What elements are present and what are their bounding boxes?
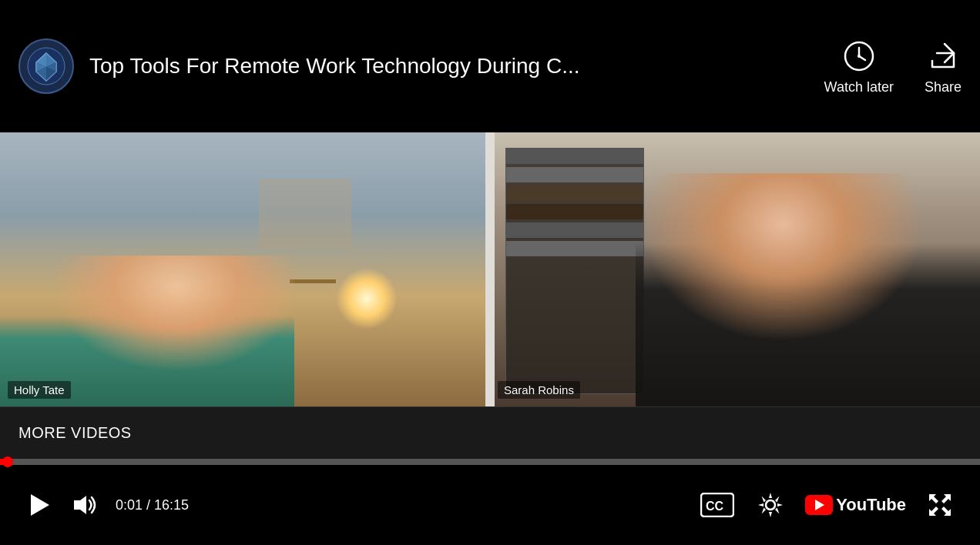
youtube-icon (805, 495, 833, 515)
share-label: Share (925, 79, 962, 95)
captions-button[interactable]: CC (693, 493, 742, 517)
right-controls: CC YouTube (693, 490, 962, 520)
left-video-panel: Holly Tate (0, 132, 490, 406)
clock-icon-svg (842, 39, 876, 73)
gear-icon (756, 490, 785, 520)
top-actions: Watch later Share (824, 38, 962, 95)
clock-icon (841, 38, 878, 75)
volume-icon (69, 490, 99, 520)
right-person-name: Sarah Robins (498, 381, 580, 399)
time-display: 0:01 / 16:15 (116, 497, 189, 513)
lamp-glow (336, 268, 398, 329)
share-button[interactable]: Share (925, 38, 962, 95)
svg-marker-14 (74, 496, 86, 514)
right-video-panel: Sarah Robins (490, 132, 980, 406)
volume-button[interactable] (62, 490, 106, 520)
watch-later-label: Watch later (824, 79, 894, 95)
logo-area: Top Tools For Remote Work Technology Dur… (18, 38, 824, 94)
svg-text:CC: CC (706, 500, 724, 513)
youtube-wordmark: YouTube (836, 495, 906, 515)
svg-point-17 (766, 500, 775, 510)
play-button[interactable] (18, 491, 62, 519)
settings-button[interactable] (748, 490, 793, 520)
video-area: Holly Tate Sarah Robins (0, 132, 980, 406)
svg-marker-13 (31, 494, 49, 516)
share-icon (925, 38, 962, 75)
fullscreen-button[interactable] (918, 491, 962, 519)
houston-map (259, 179, 351, 248)
more-videos-bar: MORE VIDEOS (0, 406, 980, 459)
cc-icon: CC (700, 493, 734, 517)
panel-divider (485, 132, 495, 406)
youtube-play-icon (815, 500, 824, 510)
lamp-base (290, 279, 336, 283)
top-bar: Top Tools For Remote Work Technology Dur… (0, 0, 980, 132)
play-icon (26, 491, 54, 519)
youtube-logo: YouTube (799, 495, 912, 515)
progress-dot (2, 456, 13, 467)
progress-bar[interactable] (0, 459, 980, 465)
share-icon-svg (926, 39, 960, 73)
logo-svg (27, 47, 65, 85)
controls-bar: 0:01 / 16:15 CC YouTube (0, 465, 980, 545)
more-videos-label: MORE VIDEOS (18, 424, 132, 442)
video-title: Top Tools For Remote Work Technology Dur… (89, 54, 580, 79)
left-person-name: Holly Tate (8, 381, 71, 399)
svg-point-11 (858, 55, 861, 58)
channel-logo[interactable] (18, 38, 74, 94)
watch-later-button[interactable]: Watch later (824, 38, 894, 95)
fullscreen-icon (926, 491, 954, 519)
bookshelf (505, 148, 644, 394)
right-person-overlay (636, 173, 980, 406)
